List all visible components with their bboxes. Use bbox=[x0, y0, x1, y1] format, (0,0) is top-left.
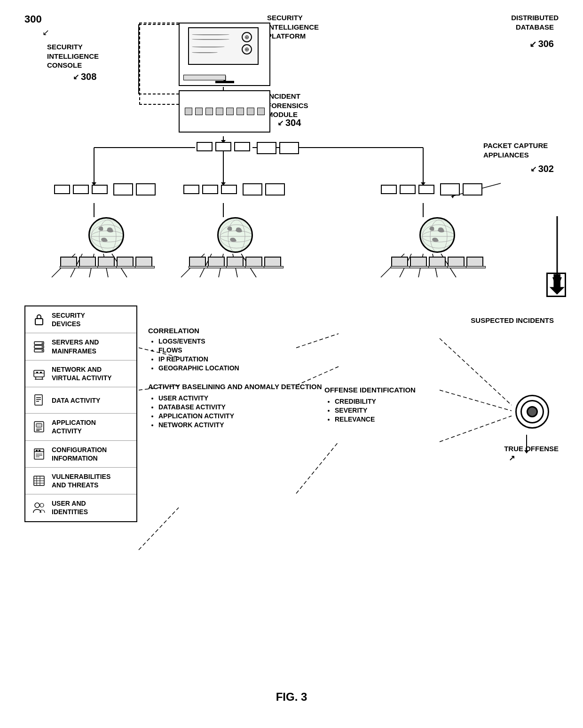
appliance-group-right bbox=[381, 183, 482, 196]
off-bullet-0: CREDIBILITY bbox=[335, 398, 428, 405]
act-bullet-1: DATABASE ACTIVITY bbox=[158, 403, 322, 411]
distributed-database-number: ↙ 306 bbox=[529, 39, 554, 49]
category-vulnerabilities: VULNERABILITIES AND THREATS bbox=[25, 468, 136, 494]
category-configuration: CONFIGURATION INFORMATION bbox=[25, 441, 136, 468]
pca-label: PACKET CAPTURE APPLIANCES bbox=[483, 141, 563, 159]
application-icon bbox=[31, 419, 47, 435]
svg-rect-85 bbox=[36, 423, 42, 427]
svg-point-101 bbox=[35, 503, 39, 508]
corr-bullet-2: IP REPUTATION bbox=[158, 355, 322, 363]
data-activity-label: DATA ACTIVITY bbox=[52, 396, 100, 405]
distributed-database-label: DISTRIBUTED DATABASE bbox=[511, 13, 559, 31]
sip-box: ⊕ ⊕ bbox=[179, 23, 270, 86]
act-bullet-0: USER ACTIVITY bbox=[158, 394, 322, 402]
category-application-activity: APPLICATION ACTIVITY bbox=[25, 414, 136, 440]
globe-group-left bbox=[60, 217, 152, 267]
off-bullet-2: RELEVANCE bbox=[335, 415, 428, 423]
network-virtual-label: NETWORK AND VIRTUAL ACTIVITY bbox=[52, 365, 112, 382]
true-offense-arrow: ↗ bbox=[509, 454, 515, 462]
pca-number: ↙ 302 bbox=[530, 164, 554, 174]
globe-group-center bbox=[189, 217, 281, 267]
sic-label: SECURITY INTELLIGENCE CONSOLE bbox=[47, 42, 99, 70]
svg-line-41 bbox=[296, 442, 339, 493]
correlation-title: CORRELATION bbox=[148, 327, 322, 335]
svg-line-44 bbox=[440, 416, 512, 442]
svg-line-38 bbox=[139, 508, 179, 550]
ifm-number: ↙ 304 bbox=[277, 117, 301, 128]
svg-rect-73 bbox=[34, 370, 44, 377]
svg-line-42 bbox=[440, 338, 512, 405]
svg-rect-75 bbox=[36, 372, 38, 373]
act-bullet-2: APPLICATION ACTIVITY bbox=[158, 412, 322, 420]
users-icon bbox=[32, 501, 46, 515]
lock-icon bbox=[32, 313, 46, 327]
user-identities-label: USER AND IDENTITIES bbox=[52, 499, 88, 516]
grid-icon bbox=[32, 474, 46, 488]
act-bullet-3: NETWORK ACTIVITY bbox=[158, 421, 322, 429]
configuration-icon bbox=[31, 446, 47, 462]
svg-point-102 bbox=[40, 503, 44, 507]
vulnerabilities-icon bbox=[31, 473, 47, 489]
vulnerabilities-label: VULNERABILITIES AND THREATS bbox=[52, 472, 110, 489]
appliance-group-center bbox=[183, 183, 285, 196]
corr-bullet-3: GEOGRAPHIC LOCATION bbox=[158, 364, 322, 372]
network-icon bbox=[31, 366, 47, 382]
config-icon bbox=[32, 447, 46, 461]
correlation-section: CORRELATION LOGS/EVENTS FLOWS IP REPUTAT… bbox=[148, 327, 322, 430]
left-panel: SECURITY DEVICES SERVERS AND MAINFRAMES bbox=[24, 305, 137, 522]
category-servers-mainframes: SERVERS AND MAINFRAMES bbox=[25, 333, 136, 360]
svg-point-72 bbox=[42, 350, 43, 351]
globe-svg-center bbox=[219, 219, 253, 253]
configuration-label: CONFIGURATION INFORMATION bbox=[52, 446, 107, 462]
arrow-300: ↙ bbox=[42, 27, 49, 38]
servers-label: SERVERS AND MAINFRAMES bbox=[52, 338, 99, 355]
app-icon bbox=[32, 420, 46, 434]
suspected-incidents-label: SUSPECTED INCIDENTS bbox=[471, 316, 554, 325]
category-data-activity: DATA ACTIVITY bbox=[25, 387, 136, 414]
ifm-box bbox=[179, 90, 270, 133]
true-offense-label: TRUE OFFENSE bbox=[504, 444, 559, 454]
target-circle bbox=[515, 395, 549, 429]
document-icon bbox=[32, 393, 46, 407]
sic-dashed-bracket bbox=[139, 23, 179, 105]
corr-bullet-1: FLOWS bbox=[158, 346, 322, 354]
offense-id-title: OFFENSE IDENTIFICATION bbox=[324, 385, 428, 395]
security-devices-label: SECURITY DEVICES bbox=[52, 311, 85, 328]
svg-line-43 bbox=[440, 390, 512, 411]
globe-svg-right bbox=[421, 219, 455, 253]
off-bullet-1: SEVERITY bbox=[335, 407, 428, 414]
sip-label: SECURITY INTELLIGENCE PLATFORM bbox=[267, 13, 352, 41]
category-user-identities: USER AND IDENTITIES bbox=[25, 494, 136, 521]
category-security-devices: SECURITY DEVICES bbox=[25, 306, 136, 333]
top-server-row bbox=[197, 142, 299, 154]
user-identities-icon bbox=[31, 500, 47, 516]
ifm-label: INCIDENT FORENSICS MODULE bbox=[267, 92, 352, 119]
activity-title: ACTIVITY BASELINING AND ANOMALY DETECTIO… bbox=[148, 382, 322, 391]
down-arrow: ⬇ bbox=[546, 273, 566, 297]
corr-bullet-0: LOGS/EVENTS bbox=[158, 337, 322, 345]
offense-id-section: OFFENSE IDENTIFICATION CREDIBILITY SEVER… bbox=[324, 385, 428, 424]
data-activity-icon bbox=[31, 392, 47, 408]
svg-rect-90 bbox=[36, 450, 38, 451]
network-virtual-icon bbox=[32, 367, 46, 381]
application-label: APPLICATION ACTIVITY bbox=[52, 418, 96, 435]
diagram-container: 300 ↙ DISTRIBUTED DATABASE ↙ 306 SECURIT… bbox=[0, 0, 583, 728]
figure-label: FIG. 3 bbox=[276, 690, 307, 704]
svg-point-70 bbox=[42, 342, 43, 344]
svg-rect-80 bbox=[35, 395, 42, 405]
globe-svg-left bbox=[90, 219, 124, 253]
security-devices-icon bbox=[31, 312, 47, 328]
svg-rect-76 bbox=[40, 372, 42, 373]
svg-rect-66 bbox=[35, 319, 43, 325]
server-icon bbox=[32, 340, 46, 354]
category-network-virtual: NETWORK AND VIRTUAL ACTIVITY bbox=[25, 360, 136, 387]
sic-number: ↙ 308 bbox=[73, 71, 96, 82]
diagram-number: 300 bbox=[24, 13, 42, 25]
appliance-group-left bbox=[54, 183, 156, 196]
globe-group-right bbox=[391, 217, 483, 267]
svg-rect-91 bbox=[39, 450, 40, 451]
svg-point-71 bbox=[42, 346, 43, 347]
servers-icon bbox=[31, 339, 47, 355]
